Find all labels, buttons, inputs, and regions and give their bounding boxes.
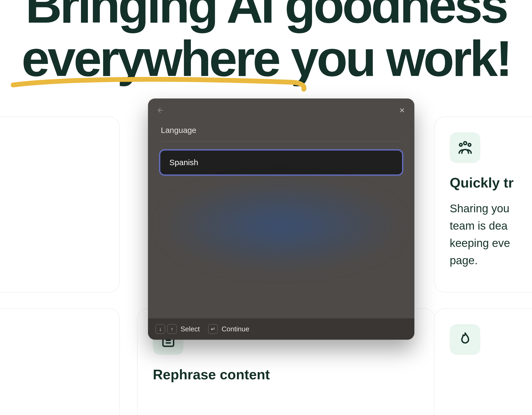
- hero-line2-rest: you work!: [279, 30, 510, 87]
- card-title: ails: [0, 367, 104, 383]
- continue-hint: ↵ Continue: [208, 324, 249, 334]
- feature-card-emails: ails: [0, 308, 120, 415]
- hero-headline: Bringing AI goodness everywhere you work…: [0, 0, 532, 85]
- feature-card-posts: a posts r Windows, rowsers!: [0, 117, 120, 292]
- card-title: a posts: [0, 175, 104, 191]
- card-title: Quickly tr: [450, 175, 532, 191]
- svg-point-3: [459, 143, 462, 146]
- people-icon: [450, 132, 480, 163]
- hero-line1: Bringing AI goodness: [26, 0, 507, 33]
- modal-footer: ↓ ↑ Select ↵ Continue: [148, 318, 414, 340]
- card-title: Rephrase content: [153, 367, 420, 383]
- arrow-left-icon: [157, 107, 164, 114]
- select-hint: ↓ ↑ Select: [155, 324, 200, 334]
- arrow-down-key: ↓: [155, 324, 165, 334]
- feature-card-share: Quickly tr Sharing you team is dea keepi…: [434, 117, 532, 292]
- option-label: Spanish: [169, 158, 198, 167]
- modal-section-label: Language: [148, 115, 414, 141]
- flame-icon: [450, 324, 480, 355]
- close-button[interactable]: [397, 105, 407, 115]
- svg-point-4: [468, 143, 471, 146]
- hero-line2-emphasis: everywhere: [22, 30, 279, 87]
- back-button[interactable]: [155, 105, 165, 115]
- language-modal: Language Spanish ↓ ↑ Select ↵ Continue: [148, 99, 414, 340]
- enter-key: ↵: [208, 324, 218, 334]
- close-icon: [399, 107, 405, 113]
- feature-card-fire: [434, 308, 532, 415]
- card-body: Sharing you team is dea keeping eve page…: [450, 200, 532, 269]
- svg-point-2: [464, 142, 466, 145]
- language-option-spanish[interactable]: Spanish: [159, 149, 403, 176]
- continue-label: Continue: [222, 325, 249, 333]
- glow-decoration: [164, 181, 398, 269]
- card-body: r Windows, rowsers!: [0, 200, 104, 234]
- select-label: Select: [181, 325, 200, 333]
- arrow-up-key: ↑: [167, 324, 177, 334]
